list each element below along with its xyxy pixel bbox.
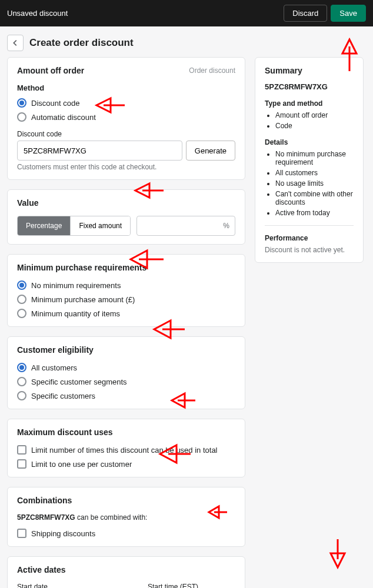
start-time-label: Start time (EST) [148, 583, 269, 588]
topbar-title: Unsaved discount [7, 9, 68, 18]
elig-all[interactable]: All customers [17, 363, 235, 372]
value-suffix: % [223, 222, 229, 230]
order-discount-label: Order discount [189, 66, 235, 75]
summary-performance-text: Discount is not active yet. [265, 246, 354, 254]
radio-min-qty[interactable] [17, 309, 26, 318]
generate-button[interactable]: Generate [186, 141, 235, 161]
method-automatic[interactable]: Automatic discount [17, 112, 235, 122]
min-purchase-card: Minimum purchase requirements No minimum… [7, 254, 245, 327]
combine-shipping[interactable]: Shipping discounts [17, 529, 235, 538]
radio-discount-code[interactable] [17, 98, 26, 108]
value-input[interactable] [136, 216, 235, 236]
combination-suffix: can be combined with: [75, 513, 148, 522]
radio-label-min-qty: Minimum quantity of items [31, 309, 120, 318]
method-discount-code[interactable]: Discount code [17, 98, 235, 108]
radio-label-min-none: No minimum requirements [31, 281, 121, 290]
card-title-combinations: Combinations [17, 496, 235, 505]
discard-button-top[interactable]: Discard [284, 5, 327, 22]
min-none[interactable]: No minimum requirements [17, 280, 235, 290]
radio-elig-segments[interactable] [17, 377, 26, 386]
summary-tm-1: Code [275, 122, 354, 130]
arrow-left-icon [11, 39, 19, 47]
elig-customers[interactable]: Specific customers [17, 391, 235, 400]
segment-percentage[interactable]: Percentage [18, 216, 70, 235]
card-title-value: Value [17, 198, 235, 208]
limit-total[interactable]: Limit number of times this discount can … [17, 445, 235, 455]
summary-tm-0: Amount off order [275, 111, 354, 119]
summary-d-2: No usage limits [275, 179, 354, 188]
page-title: Create order discount [29, 37, 134, 49]
active-dates-card: Active dates Start date Start time (EST) [7, 556, 245, 588]
card-title-eligibility: Customer eligibility [17, 345, 235, 355]
summary-d-4: Active from today [275, 209, 354, 217]
method-label: Method [17, 83, 235, 92]
combination-code: 5PZC8RMFW7XG [17, 513, 75, 522]
back-button[interactable] [7, 35, 24, 51]
check-limit-total[interactable] [17, 445, 26, 455]
min-amount[interactable]: Minimum purchase amount (£) [17, 295, 235, 304]
radio-label-automatic: Automatic discount [31, 113, 96, 122]
summary-code: 5PZC8RMFW7XG [265, 82, 354, 91]
summary-details-label: Details [265, 138, 354, 146]
radio-label-elig-all: All customers [31, 363, 77, 372]
start-date-label: Start date [17, 583, 138, 588]
radio-elig-all[interactable] [17, 363, 26, 372]
check-label-limit-total: Limit number of times this discount can … [31, 446, 218, 455]
elig-segments[interactable]: Specific customer segments [17, 377, 235, 386]
summary-type-method-label: Type and method [265, 99, 354, 108]
check-limit-one[interactable] [17, 459, 26, 469]
radio-min-none[interactable] [17, 280, 26, 290]
summary-details-list: No minimum purchase requirement All cust… [265, 150, 354, 217]
card-title-min-purchase: Minimum purchase requirements [17, 263, 235, 272]
summary-d-3: Can't combine with other discounts [275, 190, 354, 206]
radio-label-elig-segments: Specific customer segments [31, 377, 127, 386]
summary-d-1: All customers [275, 169, 354, 177]
discount-code-label: Discount code [17, 130, 235, 138]
check-label-combine-shipping: Shipping discounts [31, 529, 95, 538]
radio-label-discount-code: Discount code [31, 99, 79, 108]
save-button-top[interactable]: Save [331, 5, 366, 22]
discount-code-help: Customers must enter this code at checko… [17, 163, 235, 171]
summary-card: Summary 5PZC8RMFW7XG Type and method Amo… [255, 57, 364, 263]
radio-min-amount[interactable] [17, 295, 26, 304]
discount-code-input[interactable] [17, 141, 182, 161]
summary-d-0: No minimum purchase requirement [275, 150, 354, 166]
card-title-amount: Amount off order [17, 66, 84, 75]
value-card: Value Percentage Fixed amount % [7, 189, 245, 245]
annotation-arrow-icon [326, 539, 349, 570]
radio-automatic[interactable] [17, 112, 26, 122]
combinations-card: Combinations 5PZC8RMFW7XG can be combine… [7, 487, 245, 547]
radio-label-min-amount: Minimum purchase amount (£) [31, 295, 135, 304]
limit-one-per-customer[interactable]: Limit to one use per customer [17, 459, 235, 469]
card-title-max-uses: Maximum discount uses [17, 427, 235, 437]
check-combine-shipping[interactable] [17, 529, 26, 538]
segment-fixed-amount[interactable]: Fixed amount [70, 216, 130, 235]
max-uses-card: Maximum discount uses Limit number of ti… [7, 419, 245, 477]
card-title-active-dates: Active dates [17, 565, 235, 574]
min-qty[interactable]: Minimum quantity of items [17, 309, 235, 318]
eligibility-card: Customer eligibility All customers Speci… [7, 336, 245, 409]
summary-type-method-list: Amount off order Code [265, 111, 354, 130]
check-label-limit-one: Limit to one use per customer [31, 460, 132, 469]
radio-label-elig-customers: Specific customers [31, 392, 95, 400]
radio-elig-customers[interactable] [17, 391, 26, 400]
summary-performance-label: Performance [265, 234, 354, 242]
summary-title: Summary [265, 66, 354, 75]
amount-off-card: Amount off order Order discount Method D… [7, 57, 245, 180]
